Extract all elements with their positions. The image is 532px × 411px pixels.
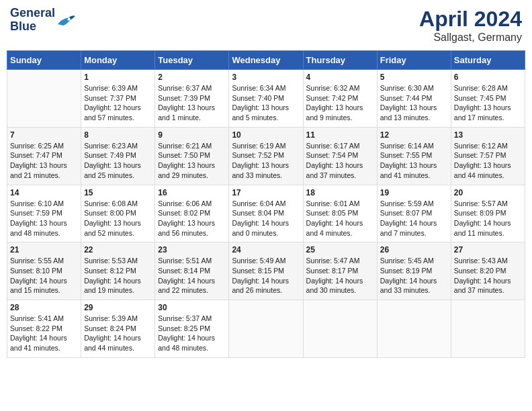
day-number: 23 bbox=[158, 245, 226, 255]
day-number: 11 bbox=[306, 130, 374, 140]
calendar-cell: 10Sunrise: 6:19 AMSunset: 7:52 PMDayligh… bbox=[229, 127, 303, 185]
calendar-cell: 20Sunrise: 5:57 AMSunset: 8:09 PMDayligh… bbox=[451, 185, 525, 242]
cell-content: Sunrise: 6:39 AMSunset: 7:37 PMDaylight:… bbox=[84, 83, 152, 123]
header-sunday: Sunday bbox=[7, 51, 81, 70]
day-number: 8 bbox=[84, 130, 152, 140]
day-number: 25 bbox=[306, 245, 374, 255]
calendar-cell: 19Sunrise: 5:59 AMSunset: 8:07 PMDayligh… bbox=[377, 185, 451, 242]
cell-content: Sunrise: 6:30 AMSunset: 7:44 PMDaylight:… bbox=[380, 83, 448, 123]
calendar-week-row: 28Sunrise: 5:41 AMSunset: 8:22 PMDayligh… bbox=[7, 300, 525, 358]
header-saturday: Saturday bbox=[451, 51, 525, 70]
calendar-cell: 3Sunrise: 6:34 AMSunset: 7:40 PMDaylight… bbox=[229, 70, 303, 128]
cell-content: Sunrise: 5:55 AMSunset: 8:10 PMDaylight:… bbox=[10, 256, 78, 295]
day-number: 18 bbox=[306, 188, 374, 197]
calendar-cell: 14Sunrise: 6:10 AMSunset: 7:59 PMDayligh… bbox=[7, 185, 81, 242]
cell-content: Sunrise: 6:21 AMSunset: 7:50 PMDaylight:… bbox=[158, 141, 226, 181]
calendar-cell: 27Sunrise: 5:43 AMSunset: 8:20 PMDayligh… bbox=[451, 242, 525, 300]
calendar-cell: 23Sunrise: 5:51 AMSunset: 8:14 PMDayligh… bbox=[155, 242, 229, 300]
day-number: 22 bbox=[84, 245, 152, 255]
calendar-body: 1Sunrise: 6:39 AMSunset: 7:37 PMDaylight… bbox=[7, 70, 525, 358]
cell-content: Sunrise: 5:49 AMSunset: 8:15 PMDaylight:… bbox=[232, 256, 300, 295]
cell-content: Sunrise: 6:06 AMSunset: 8:02 PMDaylight:… bbox=[158, 199, 226, 238]
weekday-header-row: Sunday Monday Tuesday Wednesday Thursday… bbox=[7, 51, 525, 70]
day-number: 14 bbox=[10, 188, 78, 197]
month-title: April 2024 bbox=[419, 7, 522, 32]
day-number: 7 bbox=[10, 130, 78, 140]
cell-content: Sunrise: 6:19 AMSunset: 7:52 PMDaylight:… bbox=[232, 141, 300, 181]
calendar-cell: 2Sunrise: 6:37 AMSunset: 7:39 PMDaylight… bbox=[155, 70, 229, 128]
calendar-cell: 18Sunrise: 6:01 AMSunset: 8:05 PMDayligh… bbox=[303, 185, 377, 242]
cell-content: Sunrise: 6:12 AMSunset: 7:57 PMDaylight:… bbox=[454, 141, 522, 181]
cell-content: Sunrise: 5:57 AMSunset: 8:09 PMDaylight:… bbox=[454, 199, 522, 238]
calendar-cell: 28Sunrise: 5:41 AMSunset: 8:22 PMDayligh… bbox=[7, 300, 81, 358]
cell-content: Sunrise: 5:47 AMSunset: 8:17 PMDaylight:… bbox=[306, 256, 374, 295]
day-number: 13 bbox=[454, 130, 522, 140]
calendar-cell: 1Sunrise: 6:39 AMSunset: 7:37 PMDaylight… bbox=[81, 70, 155, 128]
day-number: 30 bbox=[158, 303, 226, 312]
calendar-cell: 16Sunrise: 6:06 AMSunset: 8:02 PMDayligh… bbox=[155, 185, 229, 242]
day-number: 21 bbox=[10, 245, 78, 255]
day-number: 24 bbox=[232, 245, 300, 255]
cell-content: Sunrise: 6:01 AMSunset: 8:05 PMDaylight:… bbox=[306, 199, 374, 238]
cell-content: Sunrise: 5:51 AMSunset: 8:14 PMDaylight:… bbox=[158, 256, 226, 295]
header-tuesday: Tuesday bbox=[155, 51, 229, 70]
calendar-cell: 8Sunrise: 6:23 AMSunset: 7:49 PMDaylight… bbox=[81, 127, 155, 185]
day-number: 28 bbox=[10, 303, 78, 312]
calendar-cell bbox=[229, 300, 303, 358]
calendar-cell: 22Sunrise: 5:53 AMSunset: 8:12 PMDayligh… bbox=[81, 242, 155, 300]
cell-content: Sunrise: 6:08 AMSunset: 8:00 PMDaylight:… bbox=[84, 199, 152, 238]
calendar-cell: 15Sunrise: 6:08 AMSunset: 8:00 PMDayligh… bbox=[81, 185, 155, 242]
cell-content: Sunrise: 6:10 AMSunset: 7:59 PMDaylight:… bbox=[10, 199, 78, 238]
calendar-cell bbox=[377, 300, 451, 358]
cell-content: Sunrise: 5:59 AMSunset: 8:07 PMDaylight:… bbox=[380, 199, 448, 238]
day-number: 2 bbox=[158, 73, 226, 82]
calendar-cell: 26Sunrise: 5:45 AMSunset: 8:19 PMDayligh… bbox=[377, 242, 451, 300]
cell-content: Sunrise: 6:04 AMSunset: 8:04 PMDaylight:… bbox=[232, 199, 300, 238]
day-number: 10 bbox=[232, 130, 300, 140]
location-title: Sallgast, Germany bbox=[419, 32, 522, 44]
cell-content: Sunrise: 5:43 AMSunset: 8:20 PMDaylight:… bbox=[454, 256, 522, 295]
calendar-week-row: 14Sunrise: 6:10 AMSunset: 7:59 PMDayligh… bbox=[7, 185, 525, 242]
cell-content: Sunrise: 6:34 AMSunset: 7:40 PMDaylight:… bbox=[232, 83, 300, 123]
calendar-cell bbox=[451, 300, 525, 358]
day-number: 3 bbox=[232, 73, 300, 82]
cell-content: Sunrise: 5:37 AMSunset: 8:25 PMDaylight:… bbox=[158, 314, 226, 353]
day-number: 1 bbox=[84, 73, 152, 82]
calendar-cell: 30Sunrise: 5:37 AMSunset: 8:25 PMDayligh… bbox=[155, 300, 229, 358]
calendar-header: Sunday Monday Tuesday Wednesday Thursday… bbox=[7, 51, 525, 70]
day-number: 15 bbox=[84, 188, 152, 197]
page-header: General Blue April 2024 Sallgast, German… bbox=[7, 7, 525, 44]
calendar-cell: 6Sunrise: 6:28 AMSunset: 7:45 PMDaylight… bbox=[451, 70, 525, 128]
calendar-cell: 9Sunrise: 6:21 AMSunset: 7:50 PMDaylight… bbox=[155, 127, 229, 185]
cell-content: Sunrise: 6:37 AMSunset: 7:39 PMDaylight:… bbox=[158, 83, 226, 123]
cell-content: Sunrise: 6:23 AMSunset: 7:49 PMDaylight:… bbox=[84, 141, 152, 181]
day-number: 12 bbox=[380, 130, 448, 140]
cell-content: Sunrise: 6:25 AMSunset: 7:47 PMDaylight:… bbox=[10, 141, 78, 181]
cell-content: Sunrise: 6:14 AMSunset: 7:55 PMDaylight:… bbox=[380, 141, 448, 181]
cell-content: Sunrise: 5:41 AMSunset: 8:22 PMDaylight:… bbox=[10, 314, 78, 353]
calendar-cell: 17Sunrise: 6:04 AMSunset: 8:04 PMDayligh… bbox=[229, 185, 303, 242]
calendar-cell: 21Sunrise: 5:55 AMSunset: 8:10 PMDayligh… bbox=[7, 242, 81, 300]
day-number: 19 bbox=[380, 188, 448, 197]
calendar-week-row: 1Sunrise: 6:39 AMSunset: 7:37 PMDaylight… bbox=[7, 70, 525, 128]
calendar-cell: 4Sunrise: 6:32 AMSunset: 7:42 PMDaylight… bbox=[303, 70, 377, 128]
calendar-table: Sunday Monday Tuesday Wednesday Thursday… bbox=[7, 50, 525, 358]
logo-text-line2: Blue bbox=[10, 20, 55, 34]
calendar-cell: 25Sunrise: 5:47 AMSunset: 8:17 PMDayligh… bbox=[303, 242, 377, 300]
day-number: 4 bbox=[306, 73, 374, 82]
header-friday: Friday bbox=[377, 51, 451, 70]
cell-content: Sunrise: 6:28 AMSunset: 7:45 PMDaylight:… bbox=[454, 83, 522, 123]
calendar-cell: 5Sunrise: 6:30 AMSunset: 7:44 PMDaylight… bbox=[377, 70, 451, 128]
header-wednesday: Wednesday bbox=[229, 51, 303, 70]
cell-content: Sunrise: 6:17 AMSunset: 7:54 PMDaylight:… bbox=[306, 141, 374, 181]
calendar-cell: 13Sunrise: 6:12 AMSunset: 7:57 PMDayligh… bbox=[451, 127, 525, 185]
day-number: 26 bbox=[380, 245, 448, 255]
calendar-cell: 7Sunrise: 6:25 AMSunset: 7:47 PMDaylight… bbox=[7, 127, 81, 185]
cell-content: Sunrise: 6:32 AMSunset: 7:42 PMDaylight:… bbox=[306, 83, 374, 123]
cell-content: Sunrise: 5:39 AMSunset: 8:24 PMDaylight:… bbox=[84, 314, 152, 353]
day-number: 29 bbox=[84, 303, 152, 312]
day-number: 16 bbox=[158, 188, 226, 197]
day-number: 27 bbox=[454, 245, 522, 255]
day-number: 17 bbox=[232, 188, 300, 197]
logo-text-line1: General bbox=[10, 7, 55, 20]
